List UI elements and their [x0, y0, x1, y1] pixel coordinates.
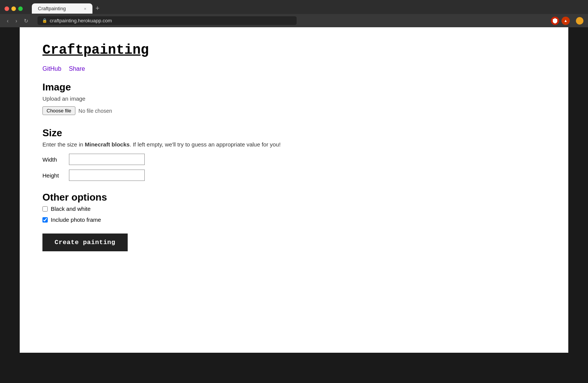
profile-icon[interactable] [576, 17, 583, 25]
size-heading: Size [42, 127, 546, 139]
size-section: Size Enter the size in Minecraft blocks.… [42, 127, 546, 181]
size-desc-rest: . If left empty, we'll try to guess an a… [130, 141, 281, 148]
tab-bar: Craftpainting × + [0, 0, 588, 14]
black-white-row: Black and white [42, 206, 546, 212]
height-input[interactable] [69, 170, 145, 181]
maximize-window-button[interactable] [18, 6, 23, 11]
width-input[interactable] [69, 154, 145, 165]
toolbar-right-icons: ▲ [551, 17, 583, 25]
height-label: Height [42, 172, 61, 179]
image-heading: Image [42, 81, 546, 93]
other-options-section: Other options Black and white Include ph… [42, 192, 546, 223]
browser-chrome: Craftpainting × + ‹ › ↻ 🔒 craftpainting.… [0, 0, 588, 27]
size-desc-plain: Enter the size in [42, 141, 85, 148]
photo-frame-label[interactable]: Include photo frame [51, 216, 101, 223]
lock-icon: 🔒 [42, 18, 47, 23]
traffic-lights [5, 6, 23, 11]
nav-links: GitHub Share [42, 65, 546, 72]
back-button[interactable]: ‹ [5, 17, 11, 25]
minimize-window-button[interactable] [11, 6, 16, 11]
width-label: Width [42, 156, 61, 163]
tab-title: Craftpainting [38, 6, 66, 11]
image-description: Upload an image [42, 95, 546, 102]
file-label[interactable]: Choose file No file chosen [42, 106, 112, 115]
image-section: Image Upload an image Choose file No fil… [42, 81, 546, 115]
browser-tab[interactable]: Craftpainting × [32, 3, 92, 14]
url-text: craftpainting.herokuapp.com [50, 18, 112, 23]
forward-button[interactable]: › [13, 17, 20, 25]
file-input-wrapper: Choose file No file chosen [42, 106, 546, 115]
black-white-label[interactable]: Black and white [51, 206, 91, 212]
width-row: Width [42, 154, 546, 165]
create-painting-button[interactable]: Create painting [42, 234, 128, 251]
size-desc-bold: Minecraft blocks [85, 141, 130, 148]
page-content: Craftpainting GitHub Share Image Upload … [20, 27, 568, 353]
new-tab-button[interactable]: + [92, 3, 103, 14]
brave-shield-icon[interactable] [551, 17, 559, 25]
height-row: Height [42, 170, 546, 181]
reload-button[interactable]: ↻ [22, 17, 31, 25]
share-link[interactable]: Share [69, 65, 85, 72]
black-white-checkbox[interactable] [42, 206, 48, 212]
navigation-bar: ‹ › ↻ 🔒 craftpainting.herokuapp.com ▲ [0, 14, 588, 27]
github-link[interactable]: GitHub [42, 65, 61, 72]
brave-rewards-icon[interactable]: ▲ [561, 17, 570, 25]
address-bar[interactable]: 🔒 craftpainting.herokuapp.com [38, 16, 296, 25]
no-file-text: No file chosen [78, 108, 112, 114]
size-description: Enter the size in Minecraft blocks. If l… [42, 141, 546, 148]
photo-frame-row: Include photo frame [42, 216, 546, 223]
other-options-heading: Other options [42, 192, 546, 203]
tab-close-button[interactable]: × [84, 6, 86, 11]
photo-frame-checkbox[interactable] [42, 217, 48, 223]
choose-file-button[interactable]: Choose file [42, 106, 75, 115]
close-window-button[interactable] [5, 6, 9, 11]
page-title: Craftpainting [42, 42, 546, 58]
